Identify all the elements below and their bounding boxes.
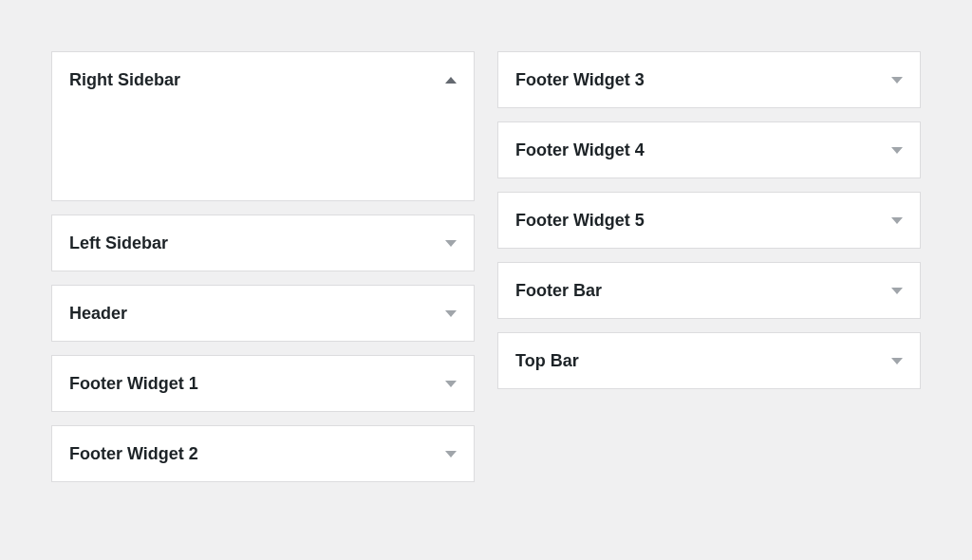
widget-panel-title: Header <box>69 304 127 324</box>
widget-panel-left-sidebar[interactable]: Left Sidebar <box>51 215 475 271</box>
widget-areas-layout: Right Sidebar Left Sidebar Header Footer… <box>0 0 972 511</box>
chevron-down-icon <box>445 310 457 317</box>
widget-panel-footer-widget-2[interactable]: Footer Widget 2 <box>51 425 475 482</box>
chevron-down-icon <box>445 240 457 247</box>
widget-panel-title: Top Bar <box>515 351 579 371</box>
widget-panel-title: Footer Widget 5 <box>515 211 645 231</box>
widget-panel-header[interactable]: Footer Widget 5 <box>498 193 920 248</box>
widget-panel-header[interactable]: Right Sidebar <box>52 52 474 107</box>
widget-panel-header[interactable]: Top Bar <box>498 333 920 388</box>
chevron-down-icon <box>445 381 457 387</box>
widget-panel-header[interactable]: Footer Widget 2 <box>52 426 474 481</box>
widget-panel-header[interactable]: Footer Widget 1 <box>52 356 474 411</box>
chevron-up-icon <box>445 77 457 84</box>
widget-panel-footer-widget-3[interactable]: Footer Widget 3 <box>497 51 921 108</box>
chevron-down-icon <box>891 147 903 154</box>
widget-panel-footer-widget-4[interactable]: Footer Widget 4 <box>497 121 921 178</box>
widget-panel-right-sidebar[interactable]: Right Sidebar <box>51 51 475 201</box>
chevron-down-icon <box>891 358 903 364</box>
chevron-down-icon <box>445 451 457 457</box>
widget-panel-title: Right Sidebar <box>69 70 180 90</box>
widget-column-left: Right Sidebar Left Sidebar Header Footer… <box>51 51 475 482</box>
widget-panel-top-bar[interactable]: Top Bar <box>497 332 921 389</box>
widget-panel-header[interactable]: Footer Widget 3 <box>498 52 920 107</box>
widget-panel-header[interactable]: Footer Bar <box>498 263 920 318</box>
widget-panel-footer-widget-1[interactable]: Footer Widget 1 <box>51 355 475 412</box>
chevron-down-icon <box>891 77 903 84</box>
chevron-down-icon <box>891 288 903 294</box>
widget-column-right: Footer Widget 3 Footer Widget 4 Footer W… <box>497 51 921 482</box>
widget-panel-title: Footer Widget 3 <box>515 70 645 90</box>
widget-panel-footer-bar[interactable]: Footer Bar <box>497 262 921 319</box>
widget-panel-header[interactable]: Header <box>52 286 474 341</box>
widget-panel-header[interactable]: Footer Widget 4 <box>498 122 920 177</box>
widget-panel-footer-widget-5[interactable]: Footer Widget 5 <box>497 192 921 249</box>
widget-panel-header[interactable]: Left Sidebar <box>52 215 474 271</box>
widget-panel-title: Footer Widget 2 <box>69 444 198 464</box>
widget-panel-header[interactable]: Header <box>51 285 475 342</box>
widget-panel-title: Left Sidebar <box>69 233 168 253</box>
chevron-down-icon <box>891 217 903 224</box>
widget-panel-title: Footer Widget 1 <box>69 374 198 394</box>
widget-panel-title: Footer Widget 4 <box>515 140 645 160</box>
widget-panel-title: Footer Bar <box>515 281 602 301</box>
